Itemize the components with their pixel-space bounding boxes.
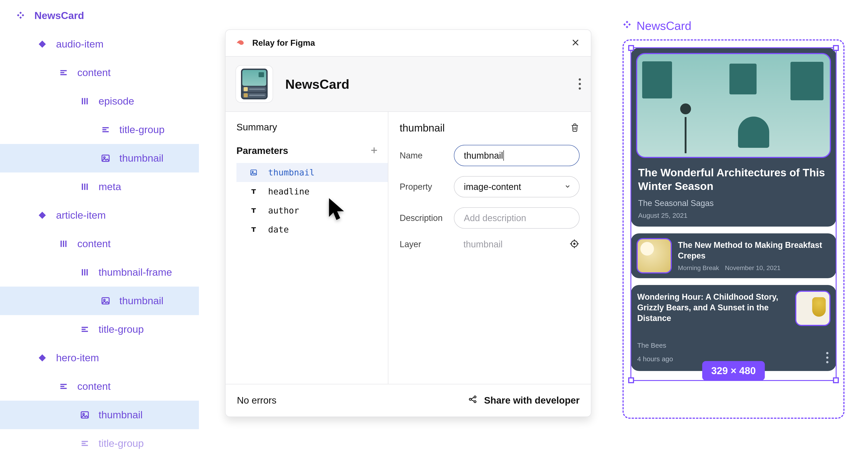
- tree-row-thumbnail[interactable]: thumbnail: [0, 401, 199, 429]
- tree-row-content[interactable]: content: [0, 372, 199, 401]
- relay-logo-icon: [235, 37, 246, 49]
- param-date[interactable]: date: [237, 220, 388, 239]
- instance-icon: [37, 210, 47, 220]
- component-icon: [622, 19, 632, 33]
- tree-row-episode[interactable]: episode: [0, 87, 199, 115]
- component-thumbnail: [236, 65, 273, 103]
- description-input[interactable]: Add description: [454, 207, 580, 229]
- autolayout-icon: [59, 239, 68, 249]
- tree-label: hero-item: [56, 352, 99, 364]
- tree-label: title-group: [98, 438, 144, 449]
- autolayout-icon: [80, 268, 90, 277]
- svg-point-9: [574, 243, 575, 245]
- tree-row-thumbnail[interactable]: thumbnail: [0, 144, 199, 172]
- param-label: thumbnail: [268, 168, 315, 177]
- image-icon: [80, 410, 90, 420]
- image-icon: [101, 153, 110, 163]
- locate-layer-button[interactable]: [569, 238, 580, 250]
- autolayout-icon: [80, 182, 90, 192]
- chevron-down-icon: [564, 182, 571, 192]
- tree-label: thumbnail-frame: [98, 266, 172, 278]
- tree-row-newscard[interactable]: NewsCard: [0, 1, 199, 30]
- name-input-value: thumbnail: [464, 150, 503, 161]
- tree-label: article-item: [56, 209, 106, 221]
- param-headline[interactable]: headline: [237, 182, 388, 201]
- more-button[interactable]: [826, 352, 829, 363]
- param-label: date: [268, 225, 289, 234]
- tree-label: thumbnail: [119, 295, 163, 307]
- tree-label: content: [77, 381, 111, 392]
- article-item-card[interactable]: The New Method to Making Breakfast Crepe…: [631, 233, 836, 278]
- autolayout-icon: [80, 96, 90, 106]
- cursor-icon: [327, 197, 348, 223]
- text-icon: [249, 226, 258, 233]
- tree-row-thumbnail[interactable]: thumbnail: [0, 287, 199, 315]
- share-button[interactable]: Share with developer: [468, 395, 580, 406]
- tree-label: audio-item: [56, 38, 103, 50]
- tree-row-content[interactable]: content: [0, 58, 199, 87]
- tree-row-title-group[interactable]: title-group: [0, 429, 199, 450]
- canvas-component-name: NewsCard: [637, 19, 691, 33]
- tree-label: title-group: [98, 324, 144, 335]
- layer-value: thumbnail: [454, 239, 569, 249]
- component-name: NewsCard: [285, 77, 349, 92]
- param-thumbnail[interactable]: thumbnail: [237, 163, 388, 182]
- frame-icon: [80, 439, 90, 448]
- audio-headline: Wondering Hour: A Childhood Story, Grizz…: [637, 292, 782, 324]
- layer-tree: NewsCard audio-item content episode titl…: [0, 0, 199, 450]
- panel-footer: No errors Share with developer: [225, 384, 591, 417]
- article-author: Morning Break: [678, 264, 719, 272]
- hero-item-card[interactable]: The Wonderful Architectures of This Wint…: [631, 48, 836, 227]
- hero-thumbnail[interactable]: [637, 54, 830, 157]
- frame-icon: [59, 382, 68, 391]
- tree-row-hero-item[interactable]: hero-item: [0, 344, 199, 372]
- canvas-preview: NewsCard The Wonderful Architectures of …: [622, 39, 844, 419]
- tree-row-meta[interactable]: meta: [0, 172, 199, 201]
- panel-header: NewsCard: [225, 57, 591, 112]
- tree-row-content[interactable]: content: [0, 229, 199, 258]
- article-thumbnail[interactable]: [637, 239, 671, 273]
- detail-header: thumbnail: [400, 122, 445, 134]
- dimension-badge: 329 × 480: [702, 361, 765, 381]
- kebab-menu-button[interactable]: [579, 78, 581, 90]
- add-parameter-button[interactable]: [370, 146, 378, 156]
- frame-icon: [80, 325, 90, 334]
- param-author[interactable]: author: [237, 201, 388, 220]
- tree-label: thumbnail: [98, 409, 143, 421]
- description-placeholder: Add description: [464, 213, 526, 223]
- tree-label: title-group: [119, 124, 164, 136]
- panel-body: Summary Parameters thumbnail headline: [225, 112, 591, 384]
- tree-label: thumbnail: [119, 152, 163, 164]
- audio-item-card[interactable]: Wondering Hour: A Childhood Story, Grizz…: [631, 285, 836, 371]
- tree-row-title-group[interactable]: title-group: [0, 315, 199, 344]
- hero-author: The Seasonal Sagas: [638, 198, 829, 208]
- relay-panel: Relay for Figma NewsCard Summary Paramet…: [225, 29, 591, 417]
- tree-row-title-group[interactable]: title-group: [0, 115, 199, 144]
- panel-body-right: thumbnail Name thumbnail Property image-…: [388, 112, 591, 384]
- close-button[interactable]: [571, 38, 580, 48]
- summary-section[interactable]: Summary: [237, 122, 388, 133]
- hero-date: August 25, 2021: [638, 212, 829, 219]
- component-frame[interactable]: The Wonderful Architectures of This Wint…: [622, 39, 844, 419]
- property-select-value: image-content: [464, 182, 521, 192]
- delete-button[interactable]: [570, 123, 580, 133]
- article-headline: The New Method to Making Breakfast Crepe…: [678, 240, 830, 261]
- tree-label: meta: [98, 181, 121, 193]
- audio-thumbnail[interactable]: [796, 291, 830, 325]
- tree-row-article-item[interactable]: article-item: [0, 201, 199, 229]
- name-input[interactable]: thumbnail: [454, 145, 580, 166]
- tree-row-audio-item[interactable]: audio-item: [0, 30, 199, 58]
- audio-author: The Bees: [637, 342, 830, 349]
- layer-label: Layer: [400, 240, 454, 249]
- tree-label: content: [77, 67, 111, 79]
- tree-label: NewsCard: [34, 10, 84, 22]
- canvas-component-label[interactable]: NewsCard: [622, 19, 691, 33]
- tree-row-thumbnail-frame[interactable]: thumbnail-frame: [0, 258, 199, 287]
- frame-icon: [59, 68, 68, 77]
- property-select[interactable]: image-content: [454, 176, 580, 197]
- image-icon: [249, 169, 258, 176]
- name-label: Name: [400, 151, 454, 161]
- parameters-section[interactable]: Parameters: [237, 145, 288, 156]
- param-label: headline: [268, 187, 309, 196]
- panel-body-left: Summary Parameters thumbnail headline: [225, 112, 388, 384]
